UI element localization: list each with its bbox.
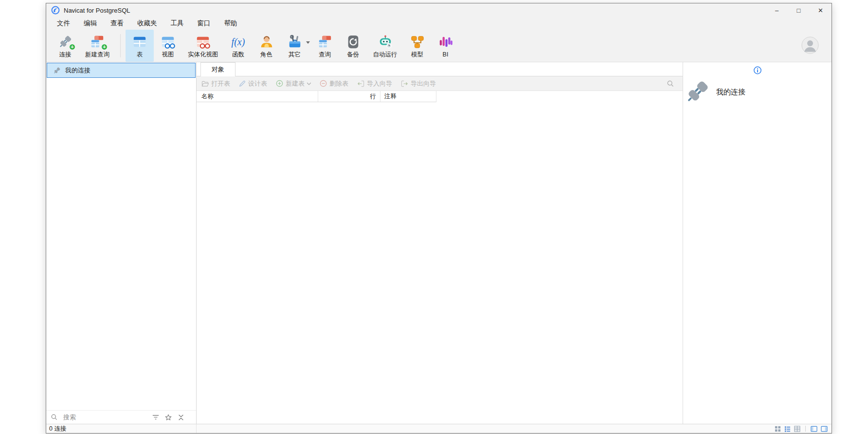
toolbar-separator	[120, 34, 121, 57]
toolbar-button-label: 新建查询	[85, 52, 109, 58]
sidebar-search-input[interactable]	[63, 414, 146, 421]
toolbar-button-label: 备份	[347, 52, 359, 58]
toolbar-button-table[interactable]: 表	[126, 30, 154, 62]
function-fx-icon: f(x)	[230, 34, 247, 49]
toolbar-button-label: 表	[137, 52, 143, 58]
export-wizard-label: 导出向导	[411, 79, 436, 88]
toolbar-button-query[interactable]: 查询	[311, 30, 339, 62]
toolbar-button-label: 视图	[162, 52, 174, 58]
toolbar-button-label: 实体化视图	[188, 52, 218, 58]
plus-circle-icon	[276, 80, 283, 87]
column-header-comment[interactable]: 注释	[380, 91, 436, 102]
delete-table-button[interactable]: 删除表	[320, 79, 348, 88]
new-table-dropdown-caret-icon[interactable]	[307, 82, 311, 85]
toolbar-button-bi[interactable]: BI	[432, 30, 460, 62]
sidebar-empty-space	[46, 78, 196, 410]
plus-badge-icon: +	[101, 44, 108, 50]
toolbar-button-automation[interactable]: 自动运行	[367, 30, 403, 62]
plus-badge-icon: +	[69, 44, 75, 50]
app-window: Navicat for PostgreSQL – □ ✕ 文件 编辑 查看 收藏…	[46, 3, 832, 434]
tab-label: 对象	[212, 65, 224, 74]
import-wizard-label: 导入向导	[367, 79, 392, 88]
menu-favorites[interactable]: 收藏夹	[130, 19, 164, 28]
toolbar-button-connection[interactable]: + 连接	[51, 30, 79, 62]
menu-window[interactable]: 窗口	[191, 19, 217, 28]
toolbar-button-label: 查询	[319, 52, 331, 58]
toolbar-button-label: 模型	[411, 52, 423, 58]
design-table-button[interactable]: 设计表	[239, 79, 267, 88]
search-icon	[667, 80, 674, 87]
connection-label: 我的连接	[65, 66, 90, 75]
toolbar-button-function[interactable]: f(x) 函数	[224, 30, 253, 62]
navicat-logo-icon	[51, 6, 60, 15]
title-bar: Navicat for PostgreSQL – □ ✕	[46, 3, 832, 17]
export-wizard-button[interactable]: 导出向导	[401, 79, 436, 88]
folder-open-icon	[201, 80, 209, 87]
sidebar-item-my-connection[interactable]: 我的连接	[47, 63, 196, 78]
info-panel-connection: 我的连接	[684, 79, 745, 105]
toolbar-button-new-query[interactable]: + 新建查询	[79, 30, 115, 62]
collapse-all-icon[interactable]	[178, 414, 184, 421]
menu-help[interactable]: 帮助	[217, 19, 244, 28]
minimize-button[interactable]: –	[766, 3, 788, 17]
backup-icon	[345, 34, 362, 49]
connections-sidebar: 我的连接	[46, 62, 197, 424]
minus-circle-icon	[320, 80, 327, 87]
view-icon	[160, 34, 176, 49]
status-bar-separator	[805, 426, 806, 432]
detail-view-icon[interactable]	[794, 426, 800, 432]
status-bar: 0 连接	[46, 424, 832, 433]
info-icon[interactable]	[753, 66, 761, 74]
import-wizard-button[interactable]: 导入向导	[357, 79, 392, 88]
toolbox-icon	[287, 34, 303, 49]
column-header-name[interactable]: 名称	[197, 91, 318, 102]
new-table-label: 新建表	[286, 79, 305, 88]
object-list-empty-area	[197, 102, 683, 424]
tab-bar: 对象	[197, 62, 683, 76]
menu-edit[interactable]: 编辑	[77, 19, 104, 28]
open-table-button[interactable]: 打开表	[201, 79, 230, 88]
others-dropdown-caret-icon[interactable]	[306, 41, 310, 44]
toolbar-button-model[interactable]: 模型	[403, 30, 432, 62]
maximize-button[interactable]: □	[788, 3, 810, 17]
toolbar-button-backup[interactable]: 备份	[339, 30, 367, 62]
star-favorites-icon[interactable]	[165, 414, 172, 421]
automation-robot-icon	[377, 34, 394, 49]
tab-objects[interactable]: 对象	[200, 62, 235, 76]
design-table-label: 设计表	[248, 79, 267, 88]
toggle-navigation-pane-icon[interactable]	[811, 426, 817, 432]
bi-chart-icon	[437, 34, 454, 49]
plug-icon	[684, 79, 710, 105]
menu-tools[interactable]: 工具	[164, 19, 191, 28]
table-icon	[131, 34, 148, 49]
filter-icon[interactable]	[152, 414, 159, 420]
menu-view[interactable]: 查看	[104, 19, 130, 28]
toolbar-button-view[interactable]: 视图	[154, 30, 182, 62]
open-table-label: 打开表	[211, 79, 230, 88]
toggle-information-pane-icon[interactable]	[821, 426, 828, 432]
toolbar-button-label: 其它	[289, 52, 301, 58]
main-toolbar: + 连接 + 新建查询	[46, 30, 832, 62]
status-bar-view-controls	[775, 424, 832, 433]
role-person-icon	[258, 34, 275, 49]
toolbar-button-others[interactable]: 其它	[281, 30, 311, 62]
connection-plug-icon: +	[57, 34, 73, 49]
query-icon	[317, 34, 333, 49]
user-avatar[interactable]	[801, 36, 819, 54]
delete-table-label: 删除表	[329, 79, 348, 88]
info-panel-connection-title: 我的连接	[716, 88, 745, 97]
list-view-icon[interactable]	[784, 426, 791, 432]
column-header-rows[interactable]: 行	[318, 91, 380, 102]
connection-count: 0 连接	[49, 425, 66, 433]
object-search-button[interactable]	[667, 80, 674, 87]
new-table-button[interactable]: 新建表	[276, 79, 311, 88]
toolbar-button-materialized-view[interactable]: 实体化视图	[182, 30, 224, 62]
content-area: 我的连接	[46, 62, 832, 424]
pencil-icon	[239, 80, 246, 87]
status-bar-left: 0 连接	[46, 424, 197, 433]
menu-file[interactable]: 文件	[50, 19, 77, 28]
window-title: Navicat for PostgreSQL	[64, 7, 130, 14]
big-icons-view-icon[interactable]	[775, 426, 781, 432]
close-button[interactable]: ✕	[810, 3, 832, 17]
toolbar-button-role[interactable]: 角色	[253, 30, 281, 62]
